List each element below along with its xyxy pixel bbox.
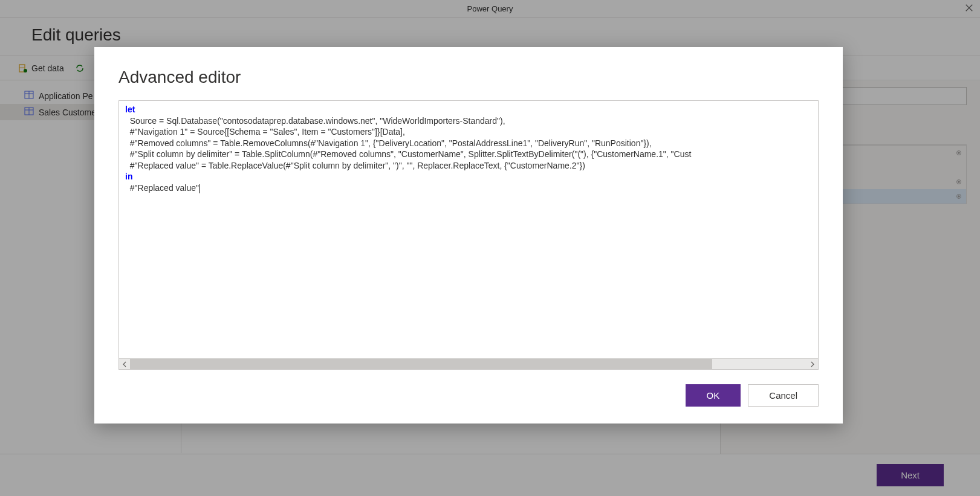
code-line: Source = Sql.Database("contosodataprep.d…	[125, 116, 505, 126]
scroll-right-arrow[interactable]	[807, 359, 818, 370]
dialog-buttons: OK Cancel	[94, 370, 843, 424]
titlebar: Power Query	[0, 0, 980, 18]
footer: Next	[0, 454, 980, 496]
ok-button[interactable]: OK	[686, 384, 741, 407]
close-icon	[965, 4, 973, 14]
code-keyword-let: let	[125, 105, 135, 114]
code-line: #"Replaced value" = Table.ReplaceValue(#…	[125, 161, 585, 170]
table-icon	[24, 106, 34, 118]
text-cursor	[200, 184, 200, 193]
refresh-icon	[75, 63, 85, 73]
svg-point-12	[958, 152, 960, 154]
svg-point-14	[958, 181, 960, 183]
code-line: #"Navigation 1" = Source{[Schema = "Sale…	[125, 127, 405, 137]
code-keyword-in: in	[125, 172, 132, 181]
toolbar-item-2[interactable]	[75, 63, 85, 73]
horizontal-scrollbar[interactable]	[119, 358, 818, 369]
code-editor[interactable]: let Source = Sql.Database("contosodatapr…	[118, 100, 819, 370]
table-icon	[24, 90, 34, 101]
scrollbar-track[interactable]	[130, 359, 807, 370]
code-line: #"Removed columns" = Table.RemoveColumns…	[125, 138, 652, 148]
code-line: #"Replaced value"	[125, 183, 199, 193]
gear-icon[interactable]	[954, 148, 964, 158]
dialog-title: Advanced editor	[118, 68, 819, 87]
get-data-button[interactable]: Get data	[18, 63, 64, 73]
svg-point-4	[24, 69, 27, 72]
code-line: #"Split column by delimiter" = Table.Spl…	[125, 149, 691, 159]
get-data-label: Get data	[31, 63, 64, 73]
scrollbar-thumb[interactable]	[130, 359, 712, 370]
svg-point-16	[958, 196, 960, 198]
gear-icon[interactable]	[954, 192, 964, 201]
window-close-button[interactable]	[963, 2, 975, 14]
database-icon	[18, 63, 28, 73]
query-label: Application Pe	[39, 91, 93, 101]
scroll-left-arrow[interactable]	[119, 359, 130, 370]
code-editor-textarea[interactable]: let Source = Sql.Database("contosodatapr…	[119, 101, 818, 358]
next-button[interactable]: Next	[877, 464, 944, 486]
gear-icon[interactable]	[954, 177, 964, 187]
query-label: Sales Custome	[39, 108, 96, 117]
advanced-editor-dialog: Advanced editor let Source = Sql.Databas…	[94, 47, 843, 424]
window-title: Power Query	[467, 4, 513, 13]
cancel-button[interactable]: Cancel	[748, 384, 819, 407]
